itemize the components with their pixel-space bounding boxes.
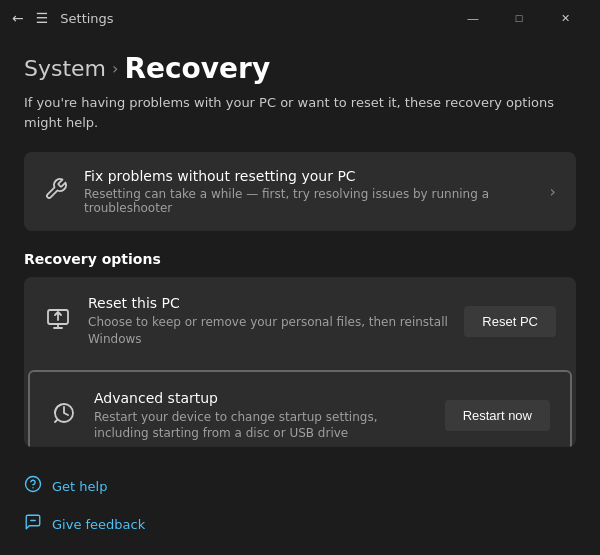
give-feedback-label: Give feedback — [52, 517, 145, 532]
fix-card-chevron-icon: › — [550, 182, 556, 201]
advanced-startup-row: Advanced startup Restart your device to … — [28, 370, 572, 447]
reset-pc-row: Reset this PC Choose to keep or remove y… — [24, 277, 576, 366]
fix-card-content: Fix problems without resetting your PC R… — [84, 168, 534, 215]
reset-pc-desc: Choose to keep or remove your personal f… — [88, 314, 448, 348]
page-description: If you're having problems with your PC o… — [24, 93, 576, 132]
bottom-links: Get help Give feedback — [24, 467, 576, 555]
maximize-button[interactable]: □ — [496, 0, 542, 36]
fix-card-title: Fix problems without resetting your PC — [84, 168, 534, 184]
wrench-icon — [44, 177, 68, 206]
get-help-link[interactable]: Get help — [24, 467, 576, 505]
breadcrumb-chevron: › — [112, 59, 118, 78]
back-icon[interactable]: ← — [12, 10, 24, 26]
window-controls: — □ ✕ — [450, 0, 588, 36]
svg-point-2 — [26, 477, 41, 492]
fix-card-desc: Resetting can take a while — first, try … — [84, 187, 534, 215]
give-feedback-icon — [24, 513, 42, 535]
reset-icon — [44, 307, 72, 336]
breadcrumb-system[interactable]: System — [24, 56, 106, 81]
give-feedback-link[interactable]: Give feedback — [24, 505, 576, 543]
page-title: Recovery — [124, 52, 270, 85]
advanced-startup-desc: Restart your device to change startup se… — [94, 409, 429, 443]
restart-now-button[interactable]: Restart now — [445, 400, 550, 431]
recovery-options-title: Recovery options — [24, 251, 576, 267]
close-button[interactable]: ✕ — [542, 0, 588, 36]
advanced-startup-title: Advanced startup — [94, 390, 429, 406]
hamburger-icon[interactable]: ☰ — [36, 10, 49, 26]
reset-pc-text: Reset this PC Choose to keep or remove y… — [88, 295, 448, 348]
advanced-startup-text: Advanced startup Restart your device to … — [94, 390, 429, 443]
advanced-startup-icon — [50, 401, 78, 430]
main-content: System › Recovery If you're having probl… — [0, 36, 600, 555]
title-bar: ← ☰ Settings — □ ✕ — [0, 0, 600, 36]
options-container: Reset this PC Choose to keep or remove y… — [24, 277, 576, 447]
fix-problems-card[interactable]: Fix problems without resetting your PC R… — [24, 152, 576, 231]
get-help-icon — [24, 475, 42, 497]
app-title: Settings — [60, 11, 113, 26]
reset-pc-title: Reset this PC — [88, 295, 448, 311]
breadcrumb: System › Recovery — [24, 52, 576, 85]
get-help-label: Get help — [52, 479, 107, 494]
minimize-button[interactable]: — — [450, 0, 496, 36]
reset-pc-button[interactable]: Reset PC — [464, 306, 556, 337]
